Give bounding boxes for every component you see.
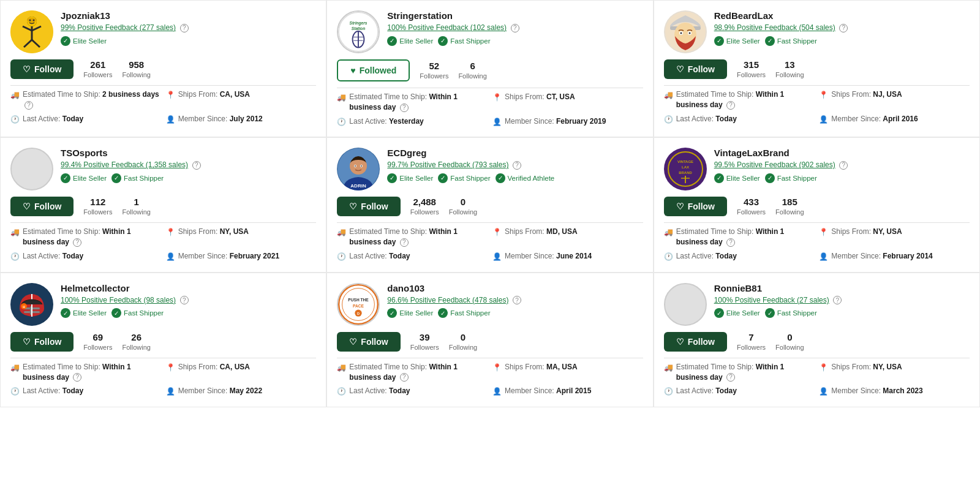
clock-icon: 🕐 [337, 386, 346, 397]
badge-elite-seller: ✓ Elite Seller [61, 36, 107, 46]
divider [664, 85, 970, 86]
following-label: Following [458, 72, 486, 80]
following-count: 0 [449, 197, 477, 207]
ship-help-icon[interactable]: ? [73, 238, 81, 247]
action-row: ♡ Follow 315 Followers 13 Following [664, 59, 970, 79]
badge-fast-shipper: ✓ Fast Shipper [438, 308, 490, 318]
feedback-link[interactable]: 96.6% Positive Feedback (478 sales) [387, 296, 508, 304]
help-icon[interactable]: ? [839, 161, 848, 170]
badge-fast-shipper: ✓ Fast Shipper [438, 173, 490, 183]
heart-icon: ♡ [676, 337, 684, 347]
following-stat: 0 Following [775, 332, 804, 352]
avatar: ADRIN [337, 148, 380, 190]
feedback-link[interactable]: 98.9% Positive Feedback (504 sales) [714, 23, 835, 32]
following-label: Following [122, 344, 150, 351]
ship-help-icon[interactable]: ? [400, 373, 409, 382]
badges-row: ✓ Elite Seller ✓ Fast Shipper [714, 36, 970, 46]
help-icon[interactable]: ? [839, 24, 848, 32]
member-since-item: 👤 Member Since: February 2019 [492, 116, 643, 127]
following-label: Following [449, 208, 477, 216]
feedback-link[interactable]: 99% Positive Feedback (277 sales) [61, 23, 176, 32]
badges-row: ✓ Elite Seller ✓ Fast Shipper [714, 173, 970, 183]
followers-label: Followers [83, 208, 112, 216]
badge-elite-seller: ✓ Elite Seller [61, 308, 107, 318]
follow-button[interactable]: ♡ Follow [10, 197, 74, 216]
following-label: Following [122, 208, 150, 216]
person-icon: 👤 [166, 115, 175, 125]
ship-help-icon[interactable]: ? [73, 373, 81, 382]
followers-count: 112 [83, 197, 112, 207]
svg-text:BRAND: BRAND [679, 171, 692, 175]
badge-fast-shipper: ✓ Fast Shipper [765, 173, 817, 183]
shield-icon: ✓ [438, 36, 448, 46]
following-stat: 13 Following [775, 59, 804, 79]
help-icon[interactable]: ? [180, 296, 189, 304]
ship-help-icon[interactable]: ? [400, 238, 409, 247]
badges-row: ✓ Elite Seller ✓ Fast Shipper ✓ Verified… [387, 173, 643, 183]
svg-point-31 [665, 148, 706, 190]
shield-icon: ✓ [61, 36, 70, 46]
svg-point-29 [355, 165, 356, 167]
followers-count: 39 [410, 332, 439, 342]
ship-help-icon[interactable]: ? [726, 373, 735, 382]
action-row: ♡ Follow 7 Followers 0 Following [664, 332, 970, 352]
help-icon[interactable]: ? [180, 24, 189, 32]
feedback-link[interactable]: 100% Positive Feedback (98 sales) [61, 296, 176, 304]
ship-time-item: 🚚 Estimated Time to Ship: Within 1 busin… [664, 89, 815, 110]
help-icon[interactable]: ? [192, 161, 201, 170]
member-since-item: 👤 Member Since: April 2015 [492, 386, 643, 397]
followers-stat: 112 Followers [83, 197, 112, 216]
following-stat: 6 Following [458, 61, 486, 80]
details-grid: 🚚 Estimated Time to Ship: Within 1 busin… [10, 227, 316, 262]
ship-time-item: 🚚 Estimated Time to Ship: Within 1 busin… [664, 362, 815, 383]
avatar [664, 10, 707, 53]
ship-help-icon[interactable]: ? [24, 101, 33, 110]
follow-button[interactable]: ♡ Follow [664, 332, 727, 352]
help-icon[interactable]: ? [833, 296, 842, 304]
ship-help-icon[interactable]: ? [400, 104, 409, 112]
feedback-link[interactable]: 100% Positive Feedback (27 sales) [714, 296, 829, 304]
follow-button[interactable]: ♡ Follow [664, 59, 727, 79]
help-icon[interactable]: ? [511, 24, 519, 32]
svg-point-22 [680, 32, 682, 34]
divider [337, 88, 643, 88]
follow-button[interactable]: ♡ Follow [337, 332, 400, 352]
follow-button[interactable]: ♡ Follow [664, 197, 727, 216]
action-row: ♡ Follow 433 Followers 185 Following [664, 197, 970, 216]
feedback-row: 100% Positive Feedback (102 sales) ? [387, 23, 643, 32]
ship-help-icon[interactable]: ? [726, 238, 735, 247]
following-count: 1 [122, 197, 150, 207]
badges-row: ✓ Elite Seller ✓ Fast Shipper [387, 36, 643, 46]
following-stat: 0 Following [449, 197, 477, 216]
seller-name: Jpozniak13 [61, 10, 316, 21]
follow-button[interactable]: ♡ Follow [10, 59, 74, 79]
ships-from-item: 📍 Ships From: NJ, USA [819, 89, 970, 110]
badge-fast-shipper: ✓ Fast Shipper [111, 308, 164, 318]
shield-icon: ✓ [111, 173, 121, 183]
seller-card: RonnieB81 100% Positive Feedback (27 sal… [654, 273, 980, 407]
ship-help-icon[interactable]: ? [726, 101, 735, 110]
member-since-item: 👤 Member Since: June 2014 [492, 251, 643, 262]
avatar [10, 148, 53, 190]
feedback-link[interactable]: 99.7% Positive Feedback (793 sales) [387, 160, 508, 169]
feedback-link[interactable]: 99.5% Positive Feedback (902 sales) [714, 160, 835, 169]
following-count: 26 [122, 332, 150, 342]
truck-icon: 🚚 [10, 363, 20, 373]
help-icon[interactable]: ? [513, 296, 521, 304]
details-grid: 🚚 Estimated Time to Ship: Within 1 busin… [337, 92, 643, 127]
location-icon: 📍 [492, 227, 502, 238]
divider [10, 222, 316, 223]
follow-button[interactable]: ♥ Followed [337, 59, 410, 81]
badge-elite-seller: ✓ Elite Seller [714, 36, 760, 46]
card-header: RonnieB81 100% Positive Feedback (27 sal… [664, 283, 970, 326]
feedback-link[interactable]: 99.4% Positive Feedback (1,358 sales) [61, 160, 188, 169]
ships-from-item: 📍 Ships From: CA, USA [166, 89, 317, 110]
following-count: 0 [775, 332, 804, 342]
followers-label: Followers [410, 208, 439, 216]
svg-text:H: H [23, 305, 25, 309]
follow-button[interactable]: ♡ Follow [337, 197, 400, 216]
follow-button[interactable]: ♡ Follow [10, 332, 74, 352]
last-active-item: 🕐 Last Active: Today [337, 251, 488, 262]
feedback-link[interactable]: 100% Positive Feedback (102 sales) [387, 23, 507, 32]
help-icon[interactable]: ? [513, 161, 521, 170]
